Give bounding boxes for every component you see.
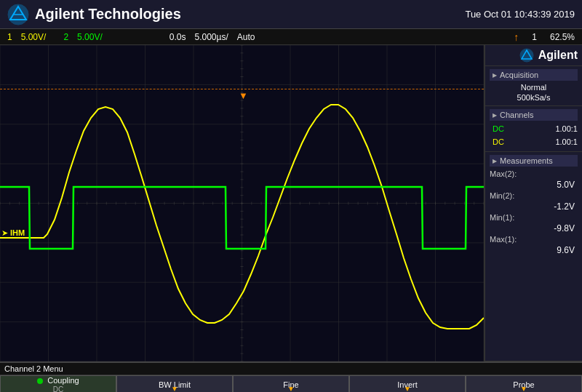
bottom-bar: Channel 2 Menu Coupling DC BW Limit ▼ Fi… <box>0 361 582 392</box>
meas-max2: Max(2): <box>490 168 578 180</box>
ch1-probe-value: 1.00:1 <box>555 137 578 146</box>
meas-min1: Min(1): <box>490 212 578 223</box>
panel-logo-icon <box>519 48 534 63</box>
acquisition-title: Acquisition <box>490 69 578 81</box>
ch2-coupling-label: DC <box>490 124 507 134</box>
toolbar-buttons: Coupling DC BW Limit ▼ Fine ▼ Invert ▼ P… <box>0 375 582 392</box>
right-panel: Agilent Acquisition Normal 500kSa/s Chan… <box>484 45 582 361</box>
probe-arrow-icon: ▼ <box>520 385 527 392</box>
ch1-scale: 5.00V/ <box>17 29 51 44</box>
meas-min2-value: -1.2V <box>490 201 578 212</box>
ch1-label: IHM <box>10 228 25 237</box>
trigger-mode: Auto <box>233 29 260 44</box>
ch2-row: DC 1.00:1 <box>490 122 578 135</box>
coupling-button[interactable]: Coupling DC <box>0 375 116 392</box>
measurements-title: Measurements <box>490 155 578 167</box>
status-right: ↑ 1 62.5% <box>509 31 579 43</box>
channel-menu-label: Channel 2 Menu <box>0 363 582 375</box>
acquisition-section: Acquisition Normal 500kSa/s <box>485 66 582 106</box>
ch1-indicator: 1 <box>3 29 17 44</box>
panel-brand-name: Agilent <box>538 49 578 62</box>
channels-section: Channels DC 1.00:1 DC 1.00:1 <box>485 106 582 152</box>
ch1-coupling-label: DC <box>490 137 507 147</box>
bw-limit-button[interactable]: BW Limit ▼ <box>116 375 233 392</box>
app-title: Agilent Technologies <box>35 6 181 23</box>
meas-min2: Min(2): <box>490 190 578 201</box>
trigger-arrow-icon: ↑ <box>509 31 523 43</box>
measurements-section: Measurements Max(2): 5.0V Min(2): -1.2V … <box>485 152 582 361</box>
fine-arrow-icon: ▼ <box>287 385 295 392</box>
trigger-level: 62.5% <box>546 32 579 42</box>
ch2-indicator: 2 <box>59 29 73 44</box>
meas-min1-label: Min(1): <box>490 213 514 222</box>
acquisition-rate: 500kSa/s <box>490 92 578 103</box>
scope-display: ➤ IHM ▼ <box>0 45 484 361</box>
meas-min1-value: -9.8V <box>490 223 578 233</box>
trigger-position-marker: ▼ <box>239 90 248 101</box>
bw-limit-arrow-icon: ▼ <box>171 385 178 392</box>
ch2-scale: 5.00V/ <box>73 29 107 44</box>
ch1-row: DC 1.00:1 <box>490 135 578 148</box>
probe-button[interactable]: Probe ▼ <box>466 375 582 392</box>
invert-arrow-icon: ▼ <box>404 385 411 392</box>
coupling-indicator <box>37 378 43 384</box>
header: Agilent Technologies Tue Oct 01 10:43:39… <box>0 0 582 29</box>
meas-max2-label: Max(2): <box>490 169 517 178</box>
meas-max1: Max(1): <box>490 233 578 245</box>
invert-button[interactable]: Invert ▼ <box>349 375 466 392</box>
trigger-ch: 1 <box>527 32 541 42</box>
coupling-value: DC <box>53 385 63 392</box>
ch2-waveform <box>0 187 484 249</box>
main-area: ➤ IHM ▼ Agilent Acquisition Normal 500kS… <box>0 45 582 361</box>
meas-min2-label: Min(2): <box>490 191 514 200</box>
meas-max2-value: 5.0V <box>490 180 578 190</box>
datetime-display: Tue Oct 01 10:43:39 2019 <box>465 9 575 20</box>
header-left: Agilent Technologies <box>7 4 181 25</box>
coupling-label: Coupling <box>47 376 79 385</box>
status-bar: 1 5.00V/ 2 5.00V/ 0.0s 5.000µs/ Auto ↑ 1… <box>0 29 582 45</box>
status-sep1 <box>50 29 59 44</box>
fine-button[interactable]: Fine ▼ <box>233 375 349 392</box>
time-position: 0.0s <box>165 29 191 44</box>
panel-header: Agilent <box>485 45 582 66</box>
acquisition-mode: Normal <box>490 82 578 92</box>
meas-max1-value: 9.6V <box>490 245 578 255</box>
ch1-arrow: ➤ <box>1 228 8 238</box>
ch2-probe-value: 1.00:1 <box>555 124 578 133</box>
channels-title: Channels <box>490 109 578 121</box>
time-scale: 5.000µs/ <box>190 29 232 44</box>
ch1-arrow-symbol: ➤ <box>1 228 8 237</box>
meas-max1-label: Max(1): <box>490 235 517 244</box>
agilent-logo-icon <box>7 4 29 25</box>
